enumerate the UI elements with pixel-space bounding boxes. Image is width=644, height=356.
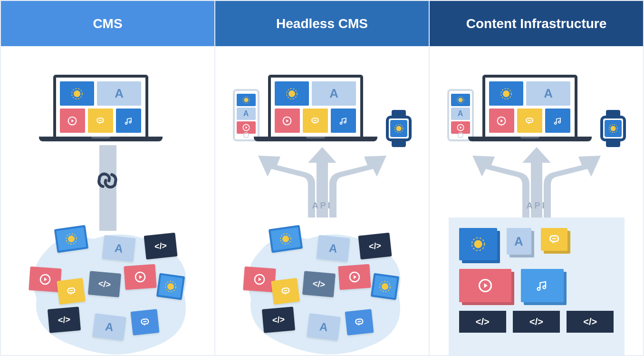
laptop-device: A <box>268 75 377 141</box>
play-icon <box>237 121 256 134</box>
diagram-container: CMS A <box>0 0 644 356</box>
code-icon: </> <box>261 307 295 333</box>
text-tile: A <box>237 108 256 120</box>
column-content-infra: Content Infrastructure A A <box>430 0 644 356</box>
api-label: API <box>526 201 546 211</box>
text-tile: A <box>526 81 571 106</box>
sun-icon <box>60 81 94 106</box>
header-cms: CMS <box>1 1 214 46</box>
play-icon <box>338 264 371 290</box>
column-cms: CMS A <box>0 0 215 356</box>
play-icon <box>275 109 300 133</box>
devices-row: A A <box>215 75 429 141</box>
play-icon <box>243 267 276 292</box>
sun-icon <box>459 228 497 260</box>
chat-icon <box>345 309 374 336</box>
watch-device <box>600 116 626 141</box>
code-icon: </> <box>47 307 80 333</box>
header-headless: Headless CMS <box>215 1 429 46</box>
text-tile: A <box>92 313 126 341</box>
play-icon <box>489 109 514 133</box>
phone-device: A <box>233 89 260 141</box>
play-icon <box>60 109 85 133</box>
code-icon: </> <box>87 271 121 297</box>
play-icon <box>29 267 61 292</box>
sun-icon <box>156 273 184 300</box>
chat-icon <box>271 278 300 305</box>
sun-icon <box>237 94 256 106</box>
watch-device <box>386 116 412 141</box>
code-icon: </> <box>302 271 335 297</box>
chat-icon <box>130 309 159 336</box>
code-icon: </> <box>459 311 506 333</box>
text-tile: A <box>507 228 531 255</box>
code-icon: </> <box>144 233 177 260</box>
chat-icon <box>541 228 567 251</box>
music-icon <box>116 109 141 133</box>
text-tile: A <box>451 108 470 120</box>
devices-row: A <box>1 75 214 141</box>
sun-icon <box>605 120 622 137</box>
play-icon <box>459 269 511 302</box>
sun-icon <box>54 225 88 253</box>
chat-icon <box>303 109 328 133</box>
sun-icon <box>489 81 523 106</box>
music-icon <box>545 109 570 133</box>
content-cloud: A </> </> </> A <box>237 218 408 356</box>
play-icon <box>124 264 156 290</box>
api-label: API <box>312 201 332 211</box>
sun-icon <box>275 81 309 106</box>
music-icon <box>521 269 564 302</box>
laptop-device: A <box>53 75 163 141</box>
code-icon: </> <box>567 311 614 333</box>
code-icon: </> <box>513 311 560 333</box>
sun-icon <box>451 94 470 106</box>
chat-icon <box>517 109 542 133</box>
text-tile: A <box>307 313 341 341</box>
sun-icon <box>390 120 407 137</box>
sun-icon <box>268 225 302 253</box>
chain-icon <box>93 166 123 197</box>
laptop-device: A <box>482 75 592 141</box>
chat-icon <box>88 109 113 133</box>
play-icon <box>451 121 470 134</box>
text-tile: A <box>97 81 142 106</box>
header-content-infra: Content Infrastructure <box>430 1 643 46</box>
text-tile: A <box>316 235 350 262</box>
music-icon <box>331 109 356 133</box>
organized-panel: A </> </> </> <box>449 218 625 356</box>
content-cloud: A </> </> </> A <box>22 218 193 356</box>
text-tile: A <box>312 81 356 106</box>
chat-icon <box>57 278 86 305</box>
phone-device: A <box>447 89 474 141</box>
devices-row: A A <box>430 75 643 141</box>
column-headless: Headless CMS A A <box>215 0 430 356</box>
text-tile: A <box>102 235 135 262</box>
sun-icon <box>370 273 399 300</box>
code-icon: </> <box>358 233 392 260</box>
